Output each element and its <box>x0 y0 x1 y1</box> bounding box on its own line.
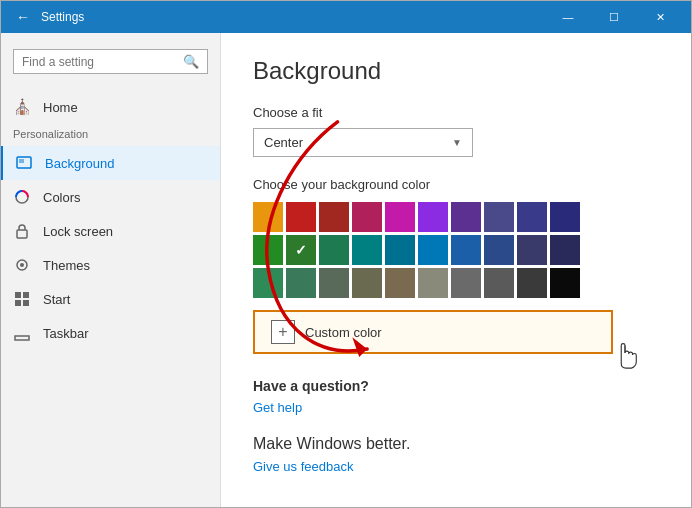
custom-color-plus-icon: + <box>271 320 295 344</box>
sidebar-item-themes[interactable]: Themes <box>1 248 220 282</box>
close-button[interactable]: ✕ <box>637 1 683 33</box>
color-swatch[interactable] <box>253 202 283 232</box>
color-swatch[interactable] <box>286 202 316 232</box>
sidebar-item-home[interactable]: ⛪ Home <box>1 90 220 124</box>
color-swatch[interactable] <box>385 235 415 265</box>
minimize-button[interactable]: — <box>545 1 591 33</box>
sidebar-label-colors: Colors <box>43 190 81 205</box>
sidebar-label-start: Start <box>43 292 70 307</box>
color-swatch[interactable] <box>484 202 514 232</box>
color-swatch[interactable] <box>517 235 547 265</box>
color-swatch[interactable] <box>319 235 349 265</box>
color-swatch[interactable] <box>385 202 415 232</box>
personalization-label: Personalization <box>1 124 220 146</box>
sidebar-label-background: Background <box>45 156 114 171</box>
fit-dropdown[interactable]: Center ▼ <box>253 128 473 157</box>
custom-color-button[interactable]: + Custom color <box>253 310 613 354</box>
color-section-label: Choose your background color <box>253 177 659 192</box>
background-icon <box>15 154 33 172</box>
lock-icon <box>13 222 31 240</box>
home-icon: ⛪ <box>13 98 31 116</box>
question-title: Have a question? <box>253 378 659 394</box>
page-title: Background <box>253 57 659 85</box>
svg-rect-9 <box>23 300 29 306</box>
back-button[interactable]: ← <box>9 3 37 31</box>
color-swatch[interactable] <box>517 202 547 232</box>
color-swatch[interactable] <box>451 235 481 265</box>
taskbar-icon <box>13 324 31 342</box>
svg-rect-3 <box>17 230 27 238</box>
sidebar-item-start[interactable]: Start <box>1 282 220 316</box>
sidebar-item-taskbar[interactable]: Taskbar <box>1 316 220 350</box>
maximize-button[interactable]: ☐ <box>591 1 637 33</box>
sidebar-label-lockscreen: Lock screen <box>43 224 113 239</box>
colors-icon <box>13 188 31 206</box>
color-swatch[interactable] <box>418 268 448 298</box>
color-swatch[interactable] <box>319 202 349 232</box>
sidebar-item-background[interactable]: Background <box>1 146 220 180</box>
color-swatch[interactable] <box>352 268 382 298</box>
sidebar-label-themes: Themes <box>43 258 90 273</box>
color-swatch[interactable] <box>451 202 481 232</box>
color-swatch[interactable] <box>550 202 580 232</box>
color-swatch[interactable]: ✓ <box>286 235 316 265</box>
color-swatch[interactable] <box>253 268 283 298</box>
cursor-hand <box>611 338 639 370</box>
svg-rect-1 <box>19 159 24 163</box>
window-controls: — ☐ ✕ <box>545 1 683 33</box>
color-swatch[interactable] <box>319 268 349 298</box>
svg-rect-8 <box>15 300 21 306</box>
checkmark-icon: ✓ <box>295 242 307 258</box>
svg-rect-7 <box>23 292 29 298</box>
feedback-link[interactable]: Give us feedback <box>253 459 353 474</box>
sidebar-item-colors[interactable]: Colors <box>1 180 220 214</box>
settings-window: ← Settings — ☐ ✕ 🔍 ⛪ Home Personalizatio… <box>0 0 692 508</box>
color-swatch[interactable] <box>352 235 382 265</box>
make-better-title: Make Windows better. <box>253 435 659 453</box>
title-bar: ← Settings — ☐ ✕ <box>1 1 691 33</box>
color-swatch[interactable] <box>253 235 283 265</box>
color-swatch[interactable] <box>484 268 514 298</box>
color-swatch[interactable] <box>484 235 514 265</box>
window-title: Settings <box>41 10 545 24</box>
search-box[interactable]: 🔍 <box>13 49 208 74</box>
custom-color-label: Custom color <box>305 325 382 340</box>
search-icon: 🔍 <box>183 54 199 69</box>
get-help-link[interactable]: Get help <box>253 400 302 415</box>
sidebar-label-home: Home <box>43 100 78 115</box>
themes-icon <box>13 256 31 274</box>
svg-point-5 <box>20 263 24 267</box>
color-grid: ✓ <box>253 202 659 298</box>
svg-rect-10 <box>15 336 29 340</box>
color-swatch[interactable] <box>385 268 415 298</box>
color-swatch[interactable] <box>418 235 448 265</box>
color-swatch[interactable] <box>517 268 547 298</box>
sidebar-label-taskbar: Taskbar <box>43 326 89 341</box>
search-input[interactable] <box>22 55 183 69</box>
content-area: Background Choose a fit Center ▼ Choose … <box>221 33 691 507</box>
fit-value: Center <box>264 135 303 150</box>
start-icon <box>13 290 31 308</box>
sidebar-item-lockscreen[interactable]: Lock screen <box>1 214 220 248</box>
main-area: 🔍 ⛪ Home Personalization Background Colo… <box>1 33 691 507</box>
sidebar: 🔍 ⛪ Home Personalization Background Colo… <box>1 33 221 507</box>
color-swatch[interactable] <box>352 202 382 232</box>
color-swatch[interactable] <box>451 268 481 298</box>
color-swatch[interactable] <box>550 268 580 298</box>
fit-label: Choose a fit <box>253 105 659 120</box>
dropdown-arrow-icon: ▼ <box>452 137 462 148</box>
svg-rect-6 <box>15 292 21 298</box>
color-swatch[interactable] <box>550 235 580 265</box>
color-swatch[interactable] <box>418 202 448 232</box>
color-swatch[interactable] <box>286 268 316 298</box>
